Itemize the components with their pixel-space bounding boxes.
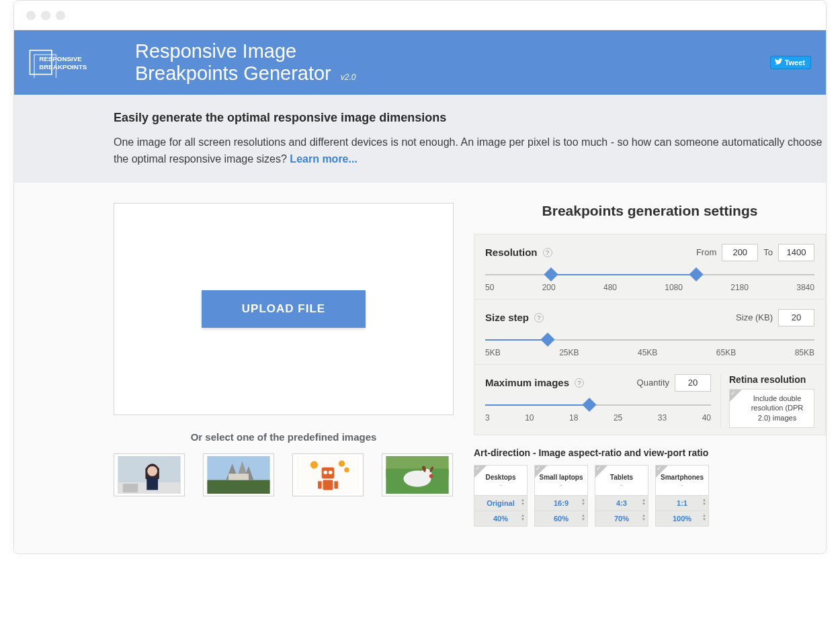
- svg-rect-8: [146, 477, 158, 490]
- tweet-label: Tweet: [785, 58, 805, 67]
- upload-file-button[interactable]: UPLOAD FILE: [202, 290, 366, 328]
- slider-handle[interactable]: [540, 332, 554, 346]
- card-small-laptops[interactable]: Small laptops- 16:9▲▼ 60%▲▼: [534, 465, 588, 527]
- art-direction-title: Art-direction - Image aspect-ratio and v…: [474, 447, 826, 458]
- svg-point-30: [429, 474, 433, 478]
- aspect-select[interactable]: 16:9▲▼: [535, 496, 587, 511]
- viewport-select[interactable]: 40%▲▼: [474, 511, 527, 526]
- svg-rect-9: [123, 484, 138, 492]
- maximages-label: Maximum images: [485, 377, 569, 388]
- to-label: To: [763, 247, 773, 257]
- slider-handle-from[interactable]: [544, 267, 558, 281]
- maximages-ticks: 3 10 18 25 33 40: [485, 413, 711, 423]
- svg-rect-25: [334, 481, 338, 488]
- aspect-select[interactable]: 4:3▲▼: [595, 496, 648, 511]
- svg-text:BREAKPOINTS: BREAKPOINTS: [39, 64, 87, 71]
- help-icon[interactable]: ?: [534, 313, 544, 322]
- window-dot-maximize[interactable]: [56, 11, 65, 20]
- settings-column: Breakpoints generation settings Resoluti…: [474, 203, 826, 527]
- help-icon[interactable]: ?: [543, 248, 552, 257]
- svg-rect-20: [322, 467, 335, 478]
- logo: RESPONSIVE BREAKPOINTS: [21, 40, 122, 85]
- maximages-row: Maximum images ? Quantity: [474, 365, 825, 435]
- svg-text:RESPONSIVE: RESPONSIVE: [39, 55, 82, 62]
- title-line1: Responsive Image: [135, 40, 296, 62]
- retina-section: Retina resolution Include double resolut…: [720, 374, 814, 429]
- size-kb-label: Size (KB): [736, 312, 773, 322]
- settings-panel: Resolution ? From To: [474, 234, 826, 436]
- help-icon[interactable]: ?: [575, 378, 584, 388]
- from-label: From: [696, 247, 716, 257]
- aspect-select[interactable]: Original▲▼: [474, 496, 527, 511]
- intro-heading: Easily generate the optimal responsive i…: [114, 111, 826, 125]
- logo-icon: RESPONSIVE BREAKPOINTS: [28, 47, 116, 78]
- svg-rect-11: [207, 480, 269, 494]
- resolution-ticks: 50 200 480 1080 2180 3840: [485, 283, 814, 292]
- aspect-select[interactable]: 1:1▲▼: [656, 496, 708, 511]
- page-header: RESPONSIVE BREAKPOINTS Responsive Image …: [14, 30, 826, 95]
- svg-point-19: [344, 467, 349, 472]
- maximages-slider[interactable]: [485, 398, 711, 412]
- svg-point-22: [329, 470, 333, 474]
- viewport-select[interactable]: 70%▲▼: [595, 511, 648, 526]
- upload-column: UPLOAD FILE Or select one of the predefi…: [114, 203, 454, 527]
- stepper-icon: ▲▼: [521, 498, 525, 506]
- card-desktops[interactable]: Desktops- Original▲▼ 40%▲▼: [474, 465, 528, 527]
- svg-rect-24: [318, 481, 322, 488]
- retina-title: Retina resolution: [729, 374, 814, 385]
- size-step-row: Size step ? Size (KB) 5KB: [474, 300, 825, 365]
- stepper-icon: ▲▼: [642, 513, 646, 521]
- resolution-to-input[interactable]: [778, 244, 814, 261]
- settings-title: Breakpoints generation settings: [474, 203, 826, 219]
- svg-point-18: [339, 460, 345, 466]
- viewport-select[interactable]: 60%▲▼: [535, 511, 587, 526]
- card-tablets[interactable]: Tablets- 4:3▲▼ 70%▲▼: [595, 465, 648, 527]
- sizestep-slider[interactable]: [485, 333, 814, 347]
- intro-body: One image for all screen resolutions and…: [114, 134, 826, 168]
- svg-rect-23: [323, 480, 333, 490]
- quantity-label: Quantity: [637, 378, 669, 388]
- window-dot-minimize[interactable]: [41, 11, 50, 20]
- predefined-thumbnails: [114, 453, 454, 496]
- thumb-woman[interactable]: [114, 453, 185, 496]
- page-title: Responsive Image Breakpoints Generator v…: [135, 40, 356, 85]
- resolution-row: Resolution ? From To: [474, 234, 825, 300]
- version-label: v2.0: [341, 73, 356, 82]
- stepper-icon: ▲▼: [642, 498, 646, 506]
- upload-dropzone[interactable]: UPLOAD FILE: [114, 203, 454, 415]
- thumb-castle[interactable]: [203, 453, 274, 496]
- retina-checkbox[interactable]: Include double resolution (DPR 2.0) imag…: [729, 389, 814, 429]
- stepper-icon: ▲▼: [521, 513, 525, 521]
- stepper-icon: ▲▼: [581, 498, 585, 506]
- thumb-robot[interactable]: [292, 453, 364, 496]
- slider-handle[interactable]: [582, 397, 596, 411]
- learn-more-link[interactable]: Learn more...: [290, 153, 357, 165]
- svg-rect-15: [228, 474, 249, 480]
- twitter-icon: [775, 58, 783, 67]
- check-icon: [730, 390, 742, 402]
- title-line2: Breakpoints Generator: [135, 62, 331, 84]
- slider-handle-to[interactable]: [689, 267, 703, 281]
- art-direction-cards: Desktops- Original▲▼ 40%▲▼ Small laptops…: [474, 465, 826, 527]
- thumb-dog[interactable]: [382, 453, 453, 496]
- resolution-slider[interactable]: [485, 268, 814, 281]
- resolution-label: Resolution: [485, 247, 538, 258]
- stepper-icon: ▲▼: [702, 498, 706, 506]
- sizestep-input[interactable]: [778, 309, 814, 326]
- browser-chrome-bar: [14, 1, 826, 30]
- sizestep-ticks: 5KB 25KB 45KB 65KB 85KB: [485, 348, 814, 357]
- resolution-from-input[interactable]: [722, 244, 758, 261]
- window-dot-close[interactable]: [26, 11, 36, 20]
- intro-section: Easily generate the optimal responsive i…: [14, 95, 826, 183]
- stepper-icon: ▲▼: [702, 513, 706, 521]
- svg-point-21: [323, 470, 327, 474]
- browser-window: RESPONSIVE BREAKPOINTS Responsive Image …: [13, 0, 827, 554]
- predefined-images-label: Or select one of the predefined images: [114, 431, 454, 443]
- stepper-icon: ▲▼: [581, 513, 585, 521]
- card-smartphones[interactable]: Smartphones- 1:1▲▼ 100%▲▼: [655, 465, 709, 527]
- sizestep-label: Size step: [485, 312, 529, 323]
- maximages-input[interactable]: [675, 374, 711, 392]
- tweet-button[interactable]: Tweet: [770, 56, 811, 69]
- viewport-select[interactable]: 100%▲▼: [656, 511, 708, 526]
- main-content: UPLOAD FILE Or select one of the predefi…: [14, 183, 826, 554]
